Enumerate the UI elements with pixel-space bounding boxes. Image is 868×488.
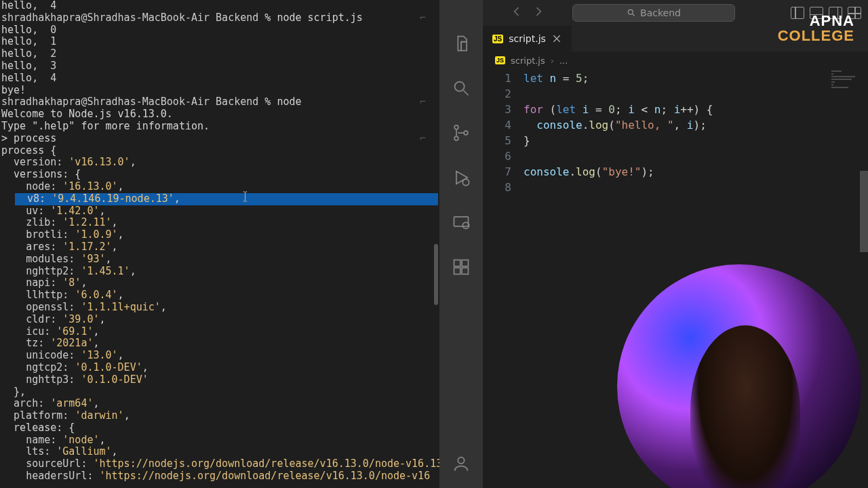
terminal-line: platform: 'darwin', [1,410,438,422]
svg-point-12 [628,9,633,14]
svg-point-11 [458,458,464,464]
terminal-line: Type ".help" for more information. [1,121,438,133]
breadcrumb-separator: › [551,56,554,66]
nav-forward-icon[interactable] [532,5,545,21]
command-center[interactable]: Backend [572,4,735,22]
svg-point-2 [454,136,458,140]
run-debug-icon[interactable] [450,167,472,188]
terminal-line: brotli: '1.0.9', [1,229,438,241]
terminal-line: versions: { [1,169,438,181]
terminal-line: zlib: '1.2.11', [1,217,438,229]
line-number: 7 [483,164,511,180]
terminal-line: unicode: '13.0', [1,350,438,362]
nav-back-icon[interactable] [510,5,524,21]
terminal-line: Welcome to Node.js v16.13.0. [1,108,438,121]
activity-bar [439,0,483,488]
logo-line2: COLLEGE [778,28,854,43]
line-number: 5 [483,133,511,148]
files-icon[interactable] [450,33,472,54]
svg-point-0 [455,82,465,92]
code-line[interactable]: } [524,133,868,148]
line-number: 2 [483,86,511,102]
terminal-line: tz: '2021a', [1,338,438,350]
breadcrumb-file: script.js [511,56,545,66]
search-icon[interactable] [450,77,472,99]
breadcrumb-rest: ... [559,56,568,66]
svg-rect-7 [454,260,460,266]
line-number: 1 [483,70,511,86]
terminal-line: modules: '93', [1,253,438,266]
svg-rect-8 [462,260,468,266]
terminal-line: shradhakhapra@Shradhas-MacBook-Air Backe… [1,96,438,108]
terminal-line: version: 'v16.13.0', [1,157,438,169]
terminal-line: headersUrl: 'https://nodejs.org/download… [1,470,438,483]
terminal-line: nghttp2: '1.45.1', [1,266,438,278]
terminal-line: shradhakhapra@Shradhas-MacBook-Air Backe… [1,12,438,24]
search-icon [627,8,636,18]
terminal-line: openssl: '1.1.1l+quic', [1,302,438,314]
terminal-line: ares: '1.17.2', [1,241,438,253]
terminal-line: node: '16.13.0', [1,181,438,193]
close-icon[interactable] [551,33,562,44]
tab-label: script.js [509,33,546,44]
terminal-line: sourceUrl: 'https://nodejs.org/download/… [1,458,438,470]
editor-scrollbar[interactable] [860,171,868,252]
terminal-line: cldr: '39.0', [1,314,438,326]
terminal-line: hello, 0 [1,24,438,37]
svg-rect-10 [462,268,468,274]
svg-point-1 [454,125,458,129]
breadcrumb[interactable]: JS script.js › ... [483,52,868,69]
terminal-line: release: { [1,422,438,434]
terminal-line: arch: 'arm64', [1,398,438,410]
terminal-line: process { [1,145,438,157]
line-number: 8 [483,180,511,195]
source-control-icon[interactable] [450,122,472,144]
brand-logo: APNA COLLEGE [778,14,854,43]
minimap[interactable] [831,70,865,98]
js-file-icon: JS [492,35,503,43]
terminal-line: hello, 4 [1,0,438,12]
terminal-line: }, [1,386,438,399]
terminal-line: napi: '8', [1,277,438,289]
terminal-line: uv: '1.42.0', [1,205,438,218]
terminal-line: hello, 1 [1,36,438,48]
code-line[interactable]: for (let i = 0; i < n; i++) { [524,102,868,117]
terminal-line: llhttp: '6.0.4', [1,289,438,302]
terminal-panel[interactable]: ⌐⌐⌐hello, 4shradhakhapra@Shradhas-MacBoo… [0,0,439,488]
terminal-line: hello, 2 [1,48,438,60]
terminal-line: nghttp3: '0.1.0-DEV' [1,374,438,386]
logo-line1: APNA [778,14,854,28]
line-number: 3 [483,102,511,117]
account-icon[interactable] [450,453,472,474]
svg-rect-5 [454,217,469,226]
code-line[interactable]: console.log("bye!"); [524,164,868,180]
terminal-line: > process [1,133,438,145]
terminal-line: ngtcp2: '0.1.0-DEV', [1,362,438,374]
line-number: 6 [483,148,511,164]
terminal-line: bye! [1,85,438,97]
terminal-line: hello, 3 [1,60,438,73]
svg-point-4 [462,179,469,185]
svg-rect-9 [454,268,460,274]
terminal-scrollbar[interactable] [434,244,438,305]
extensions-icon[interactable] [450,256,472,278]
js-file-icon: JS [495,56,505,64]
code-line[interactable] [524,148,868,164]
nav-arrows [490,5,566,21]
terminal-line: hello, 4 [1,73,438,85]
code-line[interactable] [524,86,868,102]
command-center-label: Backend [640,7,681,18]
svg-point-3 [464,131,468,135]
line-gutter: 12345678 [483,69,524,488]
terminal-line: lts: 'Gallium', [1,446,438,458]
remote-icon[interactable] [450,211,472,233]
terminal-line: v8: '9.4.146.19-node.13', [1,193,438,205]
terminal-line: name: 'node', [1,434,438,447]
terminal-line: icu: '69.1', [1,326,438,338]
code-line[interactable] [524,180,868,195]
tab-script-js[interactable]: JS script.js [483,26,572,52]
line-number: 4 [483,117,511,133]
code-line[interactable]: console.log("hello, ", i); [524,117,868,133]
code-line[interactable]: let n = 5; [524,70,868,86]
